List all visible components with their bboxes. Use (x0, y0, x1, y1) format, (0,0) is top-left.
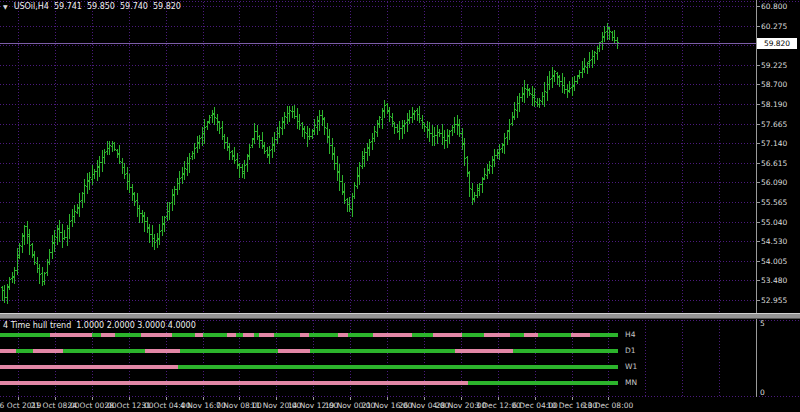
trend-down-segment (50, 333, 92, 337)
trend-down-segment (455, 349, 513, 353)
open-value: 59.741 (54, 2, 82, 11)
price-axis-label: 59.225 (761, 61, 787, 70)
low-value: 59.740 (120, 2, 148, 11)
time-axis-label: 13 Dec 08:00 (578, 401, 638, 410)
price-axis-label: 52.955 (761, 296, 787, 305)
indicator-name: 4 Time hull trend (3, 321, 71, 330)
price-axis-label: 55.040 (761, 218, 787, 227)
trend-down-segment (101, 333, 115, 337)
price-axis-label: 55.565 (761, 198, 787, 207)
trend-up-segment (178, 365, 618, 369)
price-axis-label: 56.615 (761, 159, 787, 168)
trend-down-segment (141, 333, 172, 337)
trend-row-h4 (0, 333, 618, 337)
trend-row-mn (0, 381, 618, 385)
trend-row-label-h4: H4 (625, 331, 635, 339)
mt4-chart-window: ▼ USOil,H4 59.741 59.850 59.740 59.820 6… (0, 0, 800, 412)
price-axis-label: 54.005 (761, 257, 787, 266)
trend-up-segment (310, 349, 455, 353)
trend-down-segment (227, 333, 236, 337)
trend-down-segment (145, 349, 180, 353)
indicator-scale-min: 0 (760, 388, 765, 397)
trend-down-segment (33, 349, 63, 353)
trend-up-segment (92, 333, 101, 337)
indicator-params: 1.0000 2.0000 3.0000 4.0000 (76, 321, 196, 330)
trend-up-segment (236, 333, 243, 337)
trend-up-segment (462, 333, 484, 337)
trend-down-segment (571, 333, 590, 337)
trend-row-label-mn: MN (625, 379, 637, 387)
price-axis-label: 53.480 (761, 276, 787, 285)
price-axis-label: 56.090 (761, 178, 787, 187)
price-axis-label: 57.140 (761, 139, 787, 148)
trend-row-w1 (0, 365, 618, 369)
trend-down-segment (243, 333, 254, 337)
trend-up-segment (172, 333, 195, 337)
trend-up-segment (115, 333, 141, 337)
price-axis-label: 54.530 (761, 237, 787, 246)
trend-up-segment (468, 381, 618, 385)
trend-down-segment (278, 349, 310, 353)
trend-down-segment (524, 333, 538, 337)
trend-up-segment (274, 333, 300, 337)
trend-down-segment (338, 333, 348, 337)
trend-down-segment (195, 333, 203, 337)
symbol-period-label: USOil,H4 (14, 2, 49, 11)
trend-up-segment (412, 333, 433, 337)
trend-down-segment (0, 349, 16, 353)
current-price-tag: 59.820 (757, 38, 797, 49)
trend-up-segment (63, 349, 145, 353)
indicator-header: 4 Time hull trend 1.0000 2.0000 3.0000 4… (3, 321, 196, 330)
trend-down-segment (259, 333, 274, 337)
trend-down-segment (0, 381, 468, 385)
price-axis-label: 60.800 (761, 2, 787, 11)
trend-up-segment (590, 333, 618, 337)
price-axis-label: 57.665 (761, 120, 787, 129)
trend-down-segment (484, 333, 510, 337)
high-value: 59.850 (87, 2, 115, 11)
chart-marker-icon: ▼ (3, 3, 8, 10)
indicator-scale-max: 5 (760, 319, 765, 328)
trend-up-segment (513, 349, 618, 353)
trend-up-segment (16, 349, 33, 353)
trend-up-segment (510, 333, 524, 337)
trend-up-segment (203, 333, 227, 337)
trend-up-segment (348, 333, 373, 337)
trend-up-segment (180, 349, 278, 353)
close-value: 59.820 (153, 2, 181, 11)
trend-row-label-d1: D1 (625, 347, 636, 355)
trend-up-segment (0, 333, 50, 337)
price-axis-label: 58.700 (761, 80, 787, 89)
trend-down-segment (373, 333, 412, 337)
panel-resize-handle[interactable] (0, 313, 800, 319)
ohlc-info: ▼ USOil,H4 59.741 59.850 59.740 59.820 (3, 2, 181, 11)
trend-row-d1 (0, 349, 618, 353)
trend-up-segment (538, 333, 571, 337)
trend-up-segment (309, 333, 338, 337)
price-axis-label: 58.190 (761, 100, 787, 109)
trend-row-label-w1: W1 (625, 363, 637, 371)
price-axis-label: 60.275 (761, 22, 787, 31)
trend-down-segment (433, 333, 462, 337)
trend-down-segment (300, 333, 309, 337)
trend-down-segment (0, 365, 178, 369)
